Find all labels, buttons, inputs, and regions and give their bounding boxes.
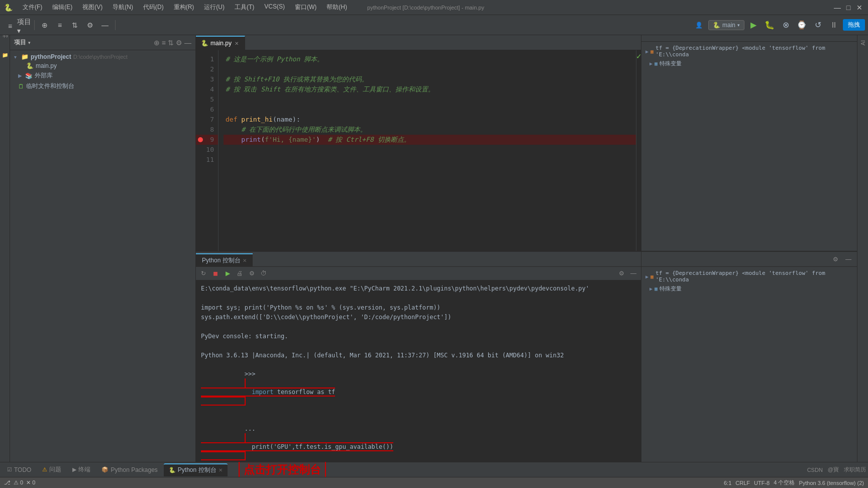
tab-todo[interactable]: ☑ TODO [2, 463, 36, 476]
project-collapse-icon[interactable]: — [184, 39, 191, 47]
project-sync-icon[interactable]: ⊕ [154, 39, 160, 47]
tab-terminal[interactable]: ▶ 终端 [67, 463, 95, 476]
minimize-button[interactable]: — [833, 3, 842, 12]
run-config-selector[interactable]: 🐍 main ▾ [708, 20, 744, 30]
code-line-8: # 在下面的代码行中使用断点来调试脚本。 [224, 125, 636, 135]
project-dropdown[interactable]: 项目 ▾ [17, 19, 31, 33]
line-6: 6 [196, 105, 218, 115]
minimize-panel-icon[interactable]: — [98, 18, 112, 32]
status-warnings[interactable]: ⚠ 0 [14, 479, 23, 486]
annotation-click-text: 点击打开控制台 [244, 463, 321, 476]
annotation-click-box: 点击打开控制台 [239, 460, 326, 479]
console-clock-btn[interactable]: ⏱ [258, 268, 269, 279]
var-tf-bottom[interactable]: ▶ ▦ tf = {DeprecationWrapper} <module 't… [641, 269, 857, 284]
code-line-10 [224, 145, 636, 155]
status-line-col[interactable]: 6:1 [724, 480, 731, 486]
toolbar-icon-1[interactable]: ≡ [3, 19, 17, 33]
packages-icon: 📦 [101, 466, 108, 473]
settings-icon[interactable]: ⚙ [83, 18, 97, 32]
status-crlf[interactable]: CRLF [735, 480, 750, 486]
coverage-button[interactable]: ⊗ [779, 18, 793, 32]
maximize-button[interactable]: □ [844, 3, 853, 12]
tab-python-packages[interactable]: 📦 Python Packages [96, 463, 162, 476]
console-collapse-btn[interactable]: — [628, 268, 639, 279]
sync-icon[interactable]: ⊕ [38, 18, 52, 32]
line-numbers: 1 2 3 4 5 6 7 8 9 10 11 [196, 50, 219, 251]
status-git[interactable]: ⎇ [4, 479, 11, 486]
console-tab-close[interactable]: ✕ [243, 258, 247, 263]
left-icon-2[interactable]: 📁 [1, 50, 10, 59]
reload-button[interactable]: ↺ [811, 18, 825, 32]
menu-view[interactable]: 视图(V) [80, 2, 104, 13]
main-py-file[interactable]: 🐍 main.py [10, 61, 195, 70]
console-output[interactable]: E:\conda_data\envs\tensorflow\python.exe… [196, 280, 641, 462]
pause-button[interactable]: ⏸ [827, 18, 841, 32]
status-errors[interactable]: ✕ 0 [26, 479, 35, 486]
status-encoding[interactable]: UTF-8 [754, 480, 770, 486]
var-tf[interactable]: ▶ ▦ tf = {DeprecationWrapper} <module 't… [641, 44, 857, 59]
run-config-label: main [722, 22, 735, 29]
menu-file[interactable]: 文件(F) [21, 2, 44, 13]
console-print-btn[interactable]: 🖨 [234, 268, 245, 279]
status-resume[interactable]: 求职简历 [844, 466, 866, 473]
status-at[interactable]: @寶 [828, 466, 839, 473]
console-gear-btn[interactable]: ⚙ [246, 268, 257, 279]
menu-vcs[interactable]: VCS(S) [262, 2, 287, 13]
close-button[interactable]: ✕ [855, 3, 864, 12]
project-align-icon[interactable]: ≡ [162, 39, 166, 47]
left-vertical-toolbar: 结 📁 [0, 35, 10, 462]
code-editor[interactable]: 1 2 3 4 5 6 7 8 9 10 11 [196, 50, 641, 251]
var-special-bottom[interactable]: ▶ ▦ 特殊变量 [641, 284, 857, 294]
console-tab-python[interactable]: Python 控制台 ✕ [196, 253, 253, 266]
gutter-check-icon: ✓ [636, 52, 641, 60]
temp-files[interactable]: 🗒 临时文件和控制台 [10, 81, 195, 91]
code-line-3: # 按 Shift+F10 执行或将其替换为您的代码。 [224, 74, 636, 84]
line-1: 1 [196, 54, 218, 64]
tab-problems[interactable]: ⚠ 问题 [37, 463, 66, 476]
var-content: ▶ ▦ tf = {DeprecationWrapper} <module 't… [641, 42, 857, 251]
tab-python-console[interactable]: 🐍 Python 控制台 ✕ [164, 463, 228, 476]
drag-button[interactable]: 拖拽 [843, 19, 865, 31]
debug-button[interactable]: 🐛 [763, 18, 777, 32]
console-tab-close-bottom[interactable]: ✕ [219, 467, 223, 473]
project-root[interactable]: ▾ 📁 pythonProject D:\code\pythonProject [10, 52, 195, 61]
status-spaces[interactable]: 4 个空格 [774, 479, 795, 486]
status-python[interactable]: Python 3.6 (tensorflow) (2) [799, 480, 864, 486]
menu-refactor[interactable]: 重构(R) [172, 2, 196, 13]
structure-icon[interactable]: ≡ [53, 18, 67, 32]
var-collapse-btn[interactable]: — [843, 254, 854, 265]
menu-help[interactable]: 帮助(H) [324, 2, 349, 13]
console-settings-btn[interactable]: ⚙ [616, 268, 627, 279]
project-dropdown-arrow[interactable]: ▾ [28, 40, 31, 45]
project-sort-icon[interactable]: ⇅ [168, 39, 174, 47]
sidebar-ai-panel[interactable]: AI [859, 37, 867, 48]
console-restart-btn[interactable]: ↻ [198, 268, 209, 279]
var-special[interactable]: ▶ ▦ 特殊变量 [641, 59, 857, 68]
console-run-btn[interactable]: ▶ [222, 268, 233, 279]
code-line-2 [224, 64, 636, 74]
var-settings-btn[interactable]: ⚙ [830, 254, 841, 265]
console-stop-btn[interactable]: ◼ [210, 268, 221, 279]
menu-edit[interactable]: 编辑(E) [50, 2, 74, 13]
run-button[interactable]: ▶ [746, 18, 761, 32]
title-bar: 🐍 文件(F) 编辑(E) 视图(V) 导航(N) 代码(D) 重构(R) 运行… [0, 0, 868, 15]
external-libs[interactable]: ▶ 📚 外部库 [10, 70, 195, 81]
console-line-pydev: PyDev console: starting. [201, 332, 636, 341]
project-settings-icon[interactable]: ⚙ [176, 39, 182, 47]
menu-navigate[interactable]: 导航(N) [111, 2, 135, 13]
tab-main-py[interactable]: 🐍 main.py ✕ [196, 36, 245, 50]
code-line-4: # 按 双击 Shift 在所有地方搜索类、文件、工具窗口、操作和设置。 [224, 84, 636, 94]
menu-run[interactable]: 运行(U) [202, 2, 227, 13]
profile-button[interactable]: ⌚ [795, 18, 809, 32]
tab-close-icon[interactable]: ✕ [234, 41, 240, 46]
menu-tools[interactable]: 工具(T) [233, 2, 256, 13]
sort-icon[interactable]: ⇅ [68, 18, 82, 32]
user-icon[interactable]: 👤 [692, 18, 706, 32]
status-csdn[interactable]: CSDN [807, 467, 823, 473]
code-content[interactable]: # 这是一个示例 Python 脚本。 # 按 Shift+F10 执行或将其替… [219, 50, 636, 251]
menu-window[interactable]: 窗口(W) [293, 2, 318, 13]
project-panel: 项目 ▾ ⊕ ≡ ⇅ ⚙ — ▾ 📁 pythonProject D:\code… [10, 35, 196, 462]
menu-code[interactable]: 代码(D) [141, 2, 166, 13]
left-icon-1[interactable]: 结 [1, 38, 10, 47]
editor-console-area: 🐍 main.py ✕ 1 2 3 4 5 6 7 8 [196, 35, 857, 462]
